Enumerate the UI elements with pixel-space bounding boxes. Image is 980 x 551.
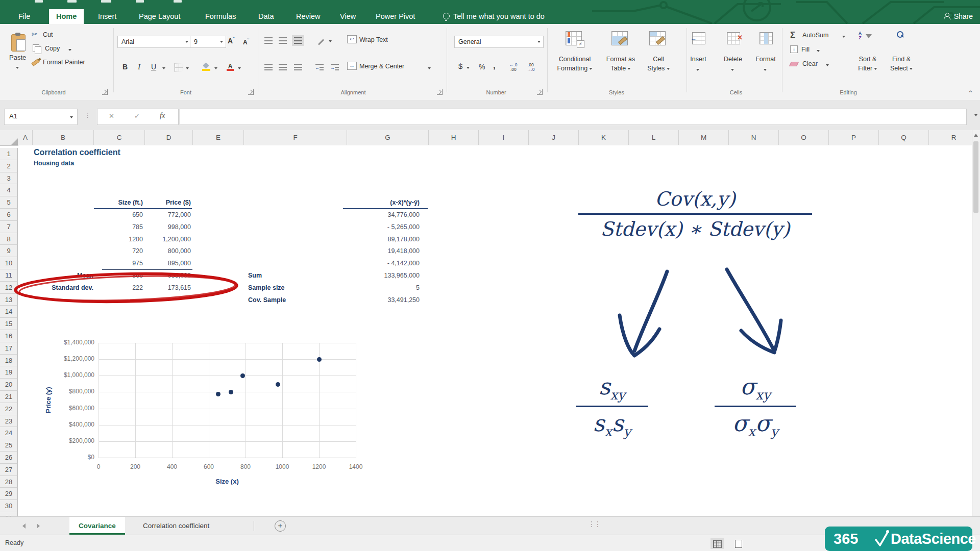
quick-access-icon-fragment[interactable] — [67, 0, 77, 3]
paste-dropdown-icon[interactable] — [16, 67, 19, 69]
row-header-23[interactable]: 23 — [0, 415, 18, 428]
prev-sheet-icon[interactable] — [22, 523, 26, 529]
row-header-6[interactable]: 6 — [0, 209, 18, 221]
tab-power-pivot[interactable]: Power Pivot — [369, 9, 422, 24]
orientation-icon[interactable] — [318, 39, 324, 45]
row-header-14[interactable]: 14 — [0, 306, 18, 318]
decrease-indent-icon[interactable]: ← — [315, 64, 324, 70]
row-header-26[interactable]: 26 — [0, 452, 18, 464]
row-header-30[interactable]: 30 — [0, 500, 18, 512]
vertical-scroll-thumb[interactable] — [973, 141, 978, 213]
wrap-text-icon[interactable]: ↩ — [347, 35, 357, 43]
align-bottom-icon[interactable] — [294, 37, 302, 44]
underline-button[interactable]: U — [151, 63, 156, 71]
row-header-2[interactable]: 2 — [0, 160, 18, 172]
tab-insert[interactable]: Insert — [91, 9, 124, 24]
tell-me-box[interactable]: Tell me what you want to do — [443, 9, 545, 24]
row-header-19[interactable]: 19 — [0, 366, 18, 379]
row-header-10[interactable]: 10 — [0, 257, 18, 269]
align-center-icon[interactable] — [279, 64, 287, 70]
borders-icon[interactable] — [175, 63, 183, 72]
row-header-17[interactable]: 17 — [0, 342, 18, 355]
column-header-P[interactable]: P — [829, 130, 879, 145]
tab-page-layout[interactable]: Page Layout — [132, 9, 187, 24]
row-header-4[interactable]: 4 — [0, 184, 18, 196]
fill-color-dropdown-icon[interactable] — [214, 67, 217, 69]
font-size-combo[interactable]: 9 — [190, 36, 226, 48]
row-header-18[interactable]: 18 — [0, 355, 18, 367]
column-header-B[interactable]: B — [33, 130, 94, 145]
tab-data[interactable]: Data — [251, 9, 281, 24]
bold-button[interactable]: B — [122, 63, 128, 71]
sheet-tab-correlation-coefficient[interactable]: Correlation coefficient — [134, 517, 218, 535]
column-header-C[interactable]: C — [94, 130, 145, 145]
quick-access-icon-fragment[interactable] — [35, 0, 43, 3]
row-header-27[interactable]: 27 — [0, 464, 18, 476]
insert-function-icon[interactable]: fx — [160, 112, 165, 120]
column-header-Q[interactable]: Q — [879, 130, 929, 145]
column-header-G[interactable]: G — [347, 130, 429, 145]
copy-dropdown-icon[interactable] — [68, 49, 71, 51]
row-header-28[interactable]: 28 — [0, 476, 18, 488]
merge-center-label[interactable]: Merge & Center — [359, 63, 404, 70]
accounting-format-icon[interactable]: $ — [458, 62, 462, 70]
tab-review[interactable]: Review — [289, 9, 328, 24]
number-format-combo[interactable]: General — [454, 36, 544, 48]
column-header-J[interactable]: J — [529, 130, 579, 145]
clear-dropdown-icon[interactable] — [826, 64, 829, 66]
column-header-F[interactable]: F — [244, 130, 347, 145]
merge-center-dropdown-icon[interactable] — [428, 67, 431, 69]
tab-view[interactable]: View — [333, 9, 363, 24]
autosum-dropdown-icon[interactable] — [842, 36, 845, 38]
row-header-15[interactable]: 15 — [0, 318, 18, 330]
column-header-E[interactable]: E — [193, 130, 244, 145]
increase-decimal-icon[interactable]: ←.0.00 — [509, 63, 518, 72]
row-header-24[interactable]: 24 — [0, 427, 18, 439]
collapse-ribbon-icon[interactable]: ⌃ — [968, 89, 973, 97]
tab-formulas[interactable]: Formulas — [198, 9, 243, 24]
accounting-dropdown-icon[interactable] — [467, 67, 470, 69]
font-color-dropdown-icon[interactable] — [238, 67, 241, 69]
vertical-scrollbar[interactable] — [972, 130, 980, 516]
column-header-N[interactable]: N — [729, 130, 779, 145]
fill-dropdown-icon[interactable] — [817, 50, 820, 52]
row-header-20[interactable]: 20 — [0, 379, 18, 391]
decrease-decimal-icon[interactable]: .00→.0 — [527, 63, 535, 72]
normal-view-button[interactable] — [710, 538, 724, 549]
row-header-21[interactable]: 21 — [0, 391, 18, 403]
column-header-D[interactable]: D — [145, 130, 193, 145]
underline-dropdown-icon[interactable] — [162, 67, 165, 69]
comma-style-icon[interactable]: , — [493, 61, 496, 71]
column-header-A[interactable]: A — [18, 130, 33, 145]
sheet-tab-covariance[interactable]: Covariance — [69, 517, 125, 535]
fill-color-icon[interactable] — [202, 63, 210, 70]
row-header-22[interactable]: 22 — [0, 403, 18, 415]
column-header-M[interactable]: M — [679, 130, 729, 145]
quick-access-icon-fragment[interactable] — [136, 0, 144, 3]
row-header-3[interactable]: 3 — [0, 172, 18, 185]
row-header-5[interactable]: 5 — [0, 196, 18, 209]
cancel-icon[interactable]: ✕ — [109, 112, 114, 120]
borders-dropdown-icon[interactable] — [186, 67, 189, 69]
column-header-L[interactable]: L — [629, 130, 679, 145]
align-left-icon[interactable] — [264, 64, 273, 70]
page-layout-view-button[interactable] — [732, 538, 745, 549]
next-sheet-icon[interactable] — [37, 523, 40, 529]
orientation-dropdown-icon[interactable] — [329, 40, 332, 42]
align-top-icon[interactable] — [264, 37, 273, 44]
align-middle-icon[interactable] — [279, 37, 287, 44]
delete-dropdown-icon[interactable] — [731, 69, 734, 71]
new-sheet-button[interactable]: + — [275, 520, 286, 532]
merge-center-icon[interactable]: ↔ — [347, 62, 357, 70]
row-header-16[interactable]: 16 — [0, 330, 18, 342]
row-header-8[interactable]: 8 — [0, 233, 18, 245]
align-right-icon[interactable] — [294, 64, 302, 70]
row-header-25[interactable]: 25 — [0, 439, 18, 452]
wrap-text-label[interactable]: Wrap Text — [359, 36, 388, 43]
alignment-dialog-launcher[interactable] — [437, 89, 443, 95]
name-box-dropdown-icon[interactable] — [70, 116, 73, 118]
quick-access-icon-fragment[interactable] — [101, 0, 111, 3]
formula-bar-expand-icon[interactable] — [974, 114, 977, 116]
column-header-O[interactable]: O — [779, 130, 829, 145]
italic-button[interactable]: I — [138, 63, 140, 71]
